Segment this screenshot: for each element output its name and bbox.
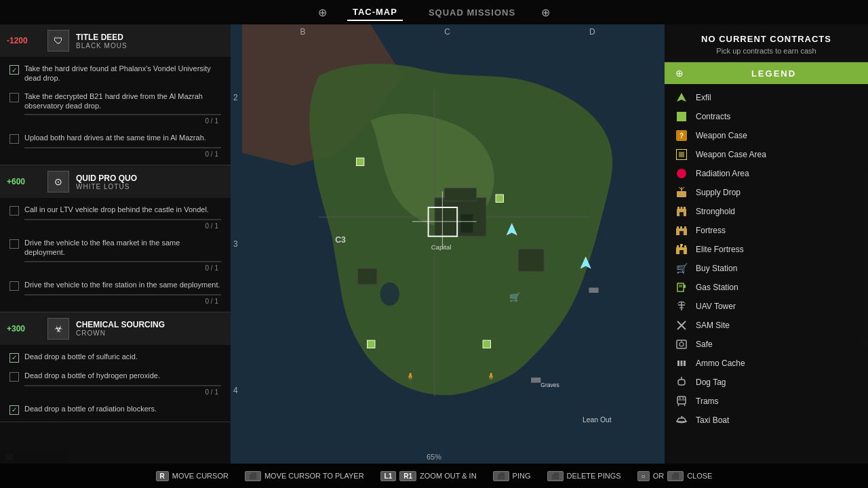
map-island-svg: 🛒 🧍 🧍 C3 Capital Graves Lean Out <box>231 24 665 464</box>
svg-text:Lean Out: Lean Out <box>583 416 612 424</box>
legend-item-uav-tower: UAV Tower <box>665 297 868 316</box>
svg-rect-20 <box>531 378 540 383</box>
contracts-icon <box>675 110 688 123</box>
legend-item-weapon-case-area: Weapon Case Area <box>665 145 868 164</box>
task-item: Dead drop a bottle of hydrogen peroxide.… <box>0 367 231 400</box>
legend-label-fortress: Fortress <box>696 226 726 235</box>
legend-item-stronghold: Stronghold <box>665 202 868 221</box>
elite-fortress-icon <box>675 243 688 256</box>
map-grid-rows: 2 3 4 <box>233 24 238 464</box>
legend-label-weapon-case-area: Weapon Case Area <box>696 150 766 159</box>
legend-item-ammo-cache: Ammo Cache <box>665 354 868 373</box>
task-text: Dead drop a bottle of sulfuric acid. <box>24 352 138 361</box>
contract-name-title-deed: TITLE DEED <box>76 33 224 42</box>
svg-line-76 <box>684 404 685 406</box>
contract-header-title-deed: -1200 🛡 TITLE DEED BLACK MOUS <box>0 24 231 57</box>
contract-emblem-chemical-sourcing: ☣ <box>47 318 69 340</box>
no-contracts-title: NO CURRENT CONTRACTS <box>675 34 857 44</box>
legend-label-supply-drop: Supply Drop <box>696 188 741 197</box>
contract-tasks-quid-pro-quo: Call in our LTV vehicle drop behind the … <box>0 198 231 312</box>
legend-label-dog-tag: Dog Tag <box>696 378 726 387</box>
taxi-boat-icon <box>675 414 688 426</box>
task-item: Upload both hard drives at the same time… <box>0 129 231 162</box>
svg-point-63 <box>679 342 684 346</box>
svg-text:?: ? <box>679 132 684 140</box>
svg-rect-50 <box>684 245 686 249</box>
legend-item-dog-tag: Dog Tag <box>665 373 868 392</box>
legend-label-sam-site: SAM Site <box>696 321 730 330</box>
action-close[interactable]: ○ OR ⬛ CLOSE <box>637 471 713 481</box>
legend-list: Exfil Contracts ? Weapon Case <box>665 84 868 434</box>
svg-text:🧍: 🧍 <box>406 371 416 381</box>
task-checkbox <box>9 239 19 249</box>
task-item: Take the hard drive found at Phalanx's V… <box>0 60 231 87</box>
contract-name-quid-pro-quo: QUID PRO QUO <box>76 174 224 183</box>
svg-rect-43 <box>677 226 679 230</box>
legend-label-weapon-case: Weapon Case <box>696 131 747 140</box>
task-item: Drive the vehicle to the flea market in … <box>0 234 231 276</box>
legend-item-contracts: Contracts <box>665 107 868 126</box>
action-label-move-cursor: MOVE CURSOR <box>172 472 229 480</box>
task-text: Dead drop a bottle of hydrogen peroxide. <box>24 371 160 380</box>
svg-rect-31 <box>679 152 684 157</box>
action-move-to-player: ⬛ MOVE CURSOR TO PLAYER <box>245 471 364 481</box>
weapon-case-area-icon <box>675 148 688 161</box>
svg-rect-46 <box>679 231 684 235</box>
legend-label-stronghold: Stronghold <box>696 207 735 216</box>
action-label-delete-pings: DELETE PINGS <box>567 472 621 480</box>
svg-rect-39 <box>681 207 683 210</box>
gas-station-icon <box>675 281 688 293</box>
svg-rect-74 <box>682 397 684 399</box>
contract-chemical-sourcing: +300 ☣ CHEMICAL SOURCING CROWN Dead drop… <box>0 312 231 422</box>
key-r1: R1 <box>399 471 416 481</box>
legend-label-buy-station: Buy Station <box>696 264 737 273</box>
task-counter: 0 / 1 <box>9 150 221 158</box>
legend-item-fortress: Fortress <box>665 221 868 240</box>
task-text: Dead drop a bottle of radiation blockers… <box>24 404 157 413</box>
contract-tasks-title-deed: Take the hard drive found at Phalanx's V… <box>0 57 231 165</box>
legend-item-elite-fortress: Elite Fortress <box>665 240 868 259</box>
contracts-status-header: NO CURRENT CONTRACTS Pick up contracts t… <box>665 24 868 62</box>
task-text: Call in our LTV vehicle drop behind the … <box>24 205 209 214</box>
exfil-icon <box>675 92 688 104</box>
task-text: Take the decrypted B21 hard drive from t… <box>24 92 221 111</box>
svg-text:C3: C3 <box>335 235 346 245</box>
task-counter: 0 / 1 <box>9 117 221 125</box>
buy-station-icon: 🛒 <box>675 262 688 274</box>
task-item: Take the decrypted B21 hard drive from t… <box>0 87 231 129</box>
tab-tacmap[interactable]: TAC-MAP <box>347 4 403 21</box>
left-nav-icon: ⊕ <box>318 6 327 19</box>
task-progress-bar <box>24 114 221 115</box>
svg-rect-68 <box>678 380 685 385</box>
svg-text:Capital: Capital <box>431 243 451 251</box>
legend-item-sam-site: SAM Site <box>665 316 868 335</box>
legend-label-safe: Safe <box>696 340 713 349</box>
task-item: Dead drop a bottle of sulfuric acid. <box>0 348 231 367</box>
svg-point-32 <box>677 169 686 178</box>
task-checkbox <box>9 372 19 382</box>
svg-rect-13 <box>496 195 503 202</box>
action-move-cursor: R MOVE CURSOR <box>156 471 229 481</box>
svg-rect-14 <box>368 340 375 348</box>
legend-label-trams: Trams <box>696 396 719 406</box>
zoom-level: 65% <box>427 453 441 461</box>
tab-squad-missions[interactable]: SQUAD MISSIONS <box>423 5 521 20</box>
svg-rect-7 <box>357 268 376 285</box>
svg-rect-40 <box>684 207 686 210</box>
action-ping: ⬛ PING <box>493 471 531 481</box>
legend-label-uav-tower: UAV Tower <box>696 302 736 311</box>
key-move-to-player: ⬛ <box>245 471 261 481</box>
map-area[interactable]: B C D 2 3 4 <box>231 24 665 464</box>
task-checkbox <box>9 281 19 291</box>
svg-text:🛒: 🛒 <box>509 291 521 303</box>
grid-row-2: 2 <box>233 93 238 102</box>
map-grid-columns: B C D <box>231 27 665 37</box>
radiation-icon <box>675 167 688 180</box>
task-text: Upload both hard drives at the same time… <box>24 133 206 142</box>
contract-faction-title-deed: BLACK MOUS <box>76 42 224 49</box>
legend-label-taxi-boat: Taxi Boat <box>696 415 729 425</box>
fortress-icon <box>675 224 688 237</box>
legend-item-buy-station: 🛒 Buy Station <box>665 259 868 278</box>
action-label-move-to-player: MOVE CURSOR TO PLAYER <box>264 472 364 480</box>
svg-text:Graves: Graves <box>540 382 559 388</box>
